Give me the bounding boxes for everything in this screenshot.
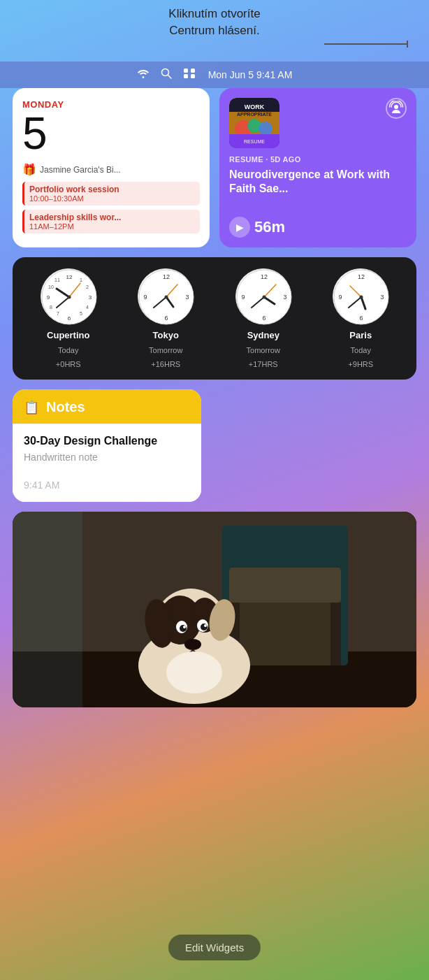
svg-point-77 (201, 624, 208, 630)
svg-line-1 (168, 75, 171, 79)
svg-text:2: 2 (86, 284, 89, 289)
svg-text:5: 5 (80, 311, 82, 316)
svg-text:3: 3 (381, 294, 384, 301)
podcast-cover-art: WORK APPROPRIATE RESUME (229, 98, 279, 148)
svg-rect-2 (184, 69, 188, 73)
svg-text:6: 6 (262, 315, 266, 322)
tooltip-area: Kliknutím otvoríte Centrum hlásení. (0, 0, 429, 66)
svg-text:APPROPRIATE: APPROPRIATE (237, 112, 272, 117)
svg-text:11: 11 (54, 278, 60, 282)
clock-cupertino-day: Today (58, 346, 78, 354)
podcast-duration: 56m (254, 218, 285, 236)
menubar-icons (137, 68, 196, 82)
svg-text:4: 4 (86, 305, 89, 310)
event-1-time: 10:00–10:30AM (29, 194, 195, 203)
birthday-text: Jasmine Garcia's Bi... (40, 165, 121, 175)
svg-text:12: 12 (66, 274, 72, 280)
clock-widget[interactable]: 12 3 6 9 1 2 4 5 7 8 10 11 (13, 257, 416, 380)
tooltip-line (324, 43, 408, 45)
top-row: MONDAY 5 🎁 Jasmine Garcia's Bi... Portfo… (13, 88, 416, 247)
svg-text:9: 9 (47, 294, 50, 301)
clock-paris-offset: +9HRS (348, 360, 373, 368)
calendar-widget[interactable]: MONDAY 5 🎁 Jasmine Garcia's Bi... Portfo… (13, 88, 210, 247)
clock-face-paris: 12 3 6 9 (333, 268, 388, 324)
podcast-play-row: ▶ 56m (229, 217, 407, 238)
podcast-top: WORK APPROPRIATE RESUME (229, 98, 407, 148)
svg-point-59 (360, 296, 363, 299)
widgets-container: MONDAY 5 🎁 Jasmine Garcia's Bi... Portfo… (13, 88, 416, 707)
notes-note-title: 30-Day Design Challenge (24, 434, 190, 449)
podcast-widget[interactable]: WORK APPROPRIATE RESUME (219, 88, 416, 247)
clock-paris-city: Paris (349, 330, 372, 340)
clock-tokyo-city: Tokyo (153, 330, 179, 340)
clock-sydney: 12 3 6 9 Sydney Tomorrow +17HRS (235, 268, 291, 368)
svg-point-80 (184, 639, 201, 650)
notes-note-subtitle: Handwritten note (24, 452, 190, 463)
clock-cupertino-offset: +0HRS (56, 360, 81, 368)
clock-cupertino-city: Cupertino (47, 330, 89, 340)
podcasts-app-icon (386, 98, 407, 119)
control-center-icon[interactable] (183, 68, 196, 82)
svg-text:WORK: WORK (245, 103, 265, 110)
clock-face-sydney: 12 3 6 9 (235, 268, 291, 324)
svg-text:8: 8 (50, 305, 52, 310)
tooltip-line2: Centrum hlásení. (169, 24, 259, 37)
svg-point-79 (204, 624, 207, 627)
svg-text:9: 9 (144, 294, 147, 301)
play-button[interactable]: ▶ (229, 217, 250, 238)
svg-rect-67 (330, 603, 341, 665)
calendar-date: 5 (22, 111, 200, 156)
clock-face-tokyo: 12 3 6 9 (138, 268, 194, 324)
calendar-event-2[interactable]: Leadership skills wor... 11AM–12PM (22, 210, 200, 233)
photo-widget[interactable] (13, 512, 416, 707)
svg-text:1: 1 (80, 278, 82, 282)
birthday-icon: 🎁 (22, 163, 36, 176)
clock-tokyo-offset: +16HRS (151, 360, 180, 368)
svg-point-76 (180, 625, 187, 632)
calendar-birthday: 🎁 Jasmine Garcia's Bi... (22, 163, 200, 176)
svg-text:7: 7 (57, 311, 59, 316)
notes-body: 30-Day Design Challenge Handwritten note… (13, 424, 201, 502)
svg-point-12 (259, 122, 272, 136)
svg-text:6: 6 (360, 315, 363, 322)
svg-point-78 (183, 626, 186, 628)
svg-text:6: 6 (165, 315, 168, 322)
notes-timestamp: 9:41 AM (24, 480, 190, 491)
svg-text:3: 3 (89, 294, 92, 301)
svg-rect-3 (191, 69, 195, 73)
svg-text:3: 3 (186, 294, 189, 301)
podcast-cover: WORK APPROPRIATE RESUME (229, 98, 279, 148)
svg-text:12: 12 (261, 273, 268, 280)
clock-tokyo-day: Tomorrow (149, 346, 182, 354)
svg-point-50 (262, 296, 266, 299)
clock-sydney-offset: +17HRS (249, 360, 278, 368)
tooltip-line1: Kliknutím otvoríte (168, 7, 260, 20)
tooltip-text: Kliknutím otvoríte Centrum hlásení. (168, 6, 260, 39)
notes-widget[interactable]: 📋 Notes 30-Day Design Challenge Handwrit… (13, 389, 201, 502)
svg-text:6: 6 (68, 315, 71, 322)
clock-paris-day: Today (351, 346, 371, 354)
event-2-title: Leadership skills wor... (29, 212, 195, 222)
dog-photo (13, 512, 416, 707)
clock-cupertino: 12 3 6 9 1 2 4 5 7 8 10 11 (41, 268, 96, 368)
svg-text:10: 10 (48, 284, 54, 289)
notes-icon: 📋 (24, 400, 39, 415)
svg-text:9: 9 (241, 294, 245, 301)
svg-text:9: 9 (339, 294, 342, 301)
clock-paris: 12 3 6 9 Paris Today +9HRS (333, 268, 388, 368)
notes-header-title: Notes (46, 399, 85, 415)
svg-point-32 (67, 296, 71, 299)
edit-widgets-button[interactable]: Edit Widgets (168, 935, 261, 960)
svg-text:12: 12 (358, 273, 365, 280)
clock-sydney-day: Tomorrow (247, 346, 280, 354)
calendar-event-1[interactable]: Portfolio work session 10:00–10:30AM (22, 182, 200, 206)
svg-text:12: 12 (163, 273, 170, 280)
svg-text:RESUME: RESUME (244, 139, 265, 144)
menubar-time: Mon Jun 5 9:41 AM (208, 69, 293, 80)
wifi-icon[interactable] (137, 69, 150, 81)
svg-point-41 (165, 296, 168, 299)
svg-rect-5 (191, 74, 195, 78)
svg-point-81 (166, 651, 222, 693)
event-2-time: 11AM–12PM (29, 222, 195, 231)
search-icon[interactable] (161, 68, 172, 82)
